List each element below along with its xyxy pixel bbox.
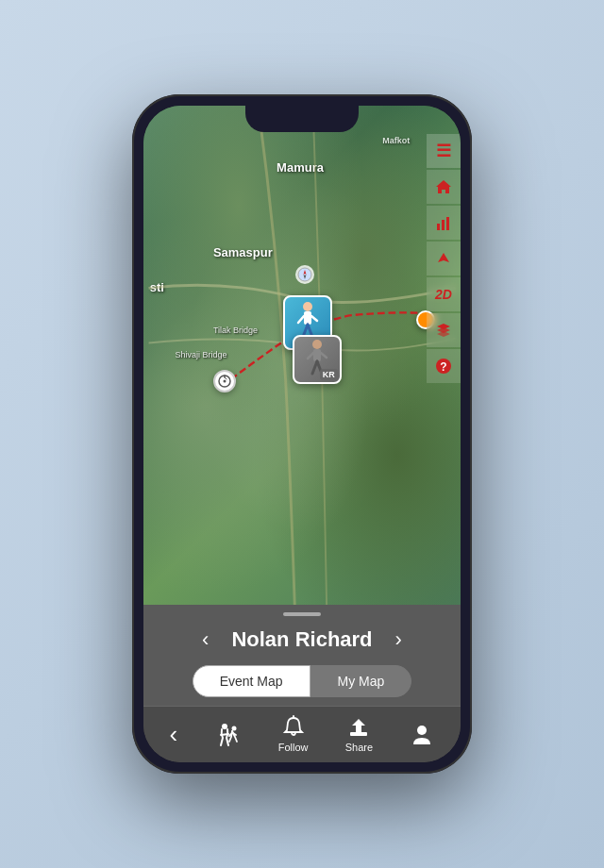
help-icon: ?	[434, 357, 453, 376]
layers-icon	[434, 321, 453, 340]
svg-point-14	[223, 380, 226, 383]
svg-rect-18	[442, 220, 445, 230]
phone-frame: Mamura Samaspur sti Mafkot Tilak Bridge …	[132, 94, 472, 774]
profile-icon	[410, 722, 434, 746]
bridge-label-tilak: Tilak Bridge	[213, 326, 258, 335]
svg-text:?: ?	[440, 360, 446, 374]
home-icon	[434, 177, 453, 196]
chart-button[interactable]	[427, 206, 461, 240]
compass-marker	[295, 265, 314, 284]
navigate-icon	[436, 251, 451, 266]
svg-line-23	[221, 734, 228, 735]
navigate-button[interactable]	[427, 242, 461, 275]
city-label-mafkot: Mafkot	[382, 136, 410, 145]
map-type-selector: Event Map My Map	[193, 665, 412, 697]
follow-label: Follow	[278, 742, 309, 753]
drag-handle[interactable]	[283, 612, 321, 616]
next-user-button[interactable]: ›	[388, 624, 410, 656]
layers-button[interactable]	[427, 313, 461, 347]
my-map-button[interactable]: My Map	[310, 665, 412, 697]
svg-rect-2	[304, 311, 311, 325]
svg-line-5	[298, 316, 304, 323]
help-button[interactable]: ?	[427, 349, 461, 383]
svg-point-22	[222, 724, 227, 729]
svg-line-6	[311, 316, 317, 321]
user-name: Nolan Richard	[231, 627, 372, 652]
nav-follow[interactable]: Follow	[278, 715, 309, 753]
nav-activity[interactable]	[215, 721, 242, 747]
nav-profile[interactable]	[410, 722, 434, 746]
2d-icon: 2D	[435, 287, 452, 302]
athlete-card-kr[interactable]: KR	[293, 335, 342, 384]
svg-rect-26	[350, 732, 367, 736]
svg-point-1	[303, 302, 312, 311]
notch	[245, 106, 359, 132]
athlete-marker-container[interactable]: GR KR	[283, 295, 332, 350]
badge-kr: KR	[320, 369, 338, 380]
chart-icon	[435, 214, 452, 231]
share-icon	[346, 715, 371, 740]
bell-icon	[281, 715, 306, 740]
activity-icon	[215, 721, 242, 747]
svg-line-12	[321, 353, 327, 358]
svg-point-7	[312, 340, 322, 349]
home-button[interactable]	[427, 170, 461, 204]
city-label-samaspur: Samaspur	[213, 245, 273, 259]
svg-rect-8	[313, 349, 321, 361]
svg-rect-17	[437, 224, 440, 230]
event-map-button[interactable]: Event Map	[193, 665, 310, 697]
menu-icon: ☰	[436, 141, 451, 161]
bottom-nav-bar: ‹	[143, 706, 461, 762]
nav-back[interactable]: ‹	[170, 720, 178, 749]
prev-user-button[interactable]: ‹	[194, 624, 216, 656]
map-view[interactable]: Mamura Samaspur sti Mafkot Tilak Bridge …	[143, 106, 461, 605]
user-navigation: ‹ Nolan Richard ›	[194, 624, 410, 656]
satellite-map: Mamura Samaspur sti Mafkot Tilak Bridge …	[143, 106, 461, 605]
city-label-mamura: Mamura	[277, 160, 324, 175]
share-label: Share	[345, 742, 373, 753]
gps-marker[interactable]	[213, 370, 236, 392]
nav-share[interactable]: Share	[345, 715, 373, 753]
bottom-panel: ‹ Nolan Richard › Event Map My Map ‹	[143, 605, 461, 762]
menu-button[interactable]: ☰	[427, 134, 461, 168]
phone-screen: Mamura Samaspur sti Mafkot Tilak Bridge …	[143, 106, 461, 762]
right-toolbar: ☰	[427, 134, 461, 383]
svg-point-27	[417, 726, 427, 735]
svg-line-16	[225, 377, 226, 379]
back-arrow-icon: ‹	[170, 720, 178, 749]
2d-button[interactable]: 2D	[427, 277, 461, 311]
city-label-sti: sti	[150, 280, 164, 294]
svg-line-11	[308, 353, 313, 359]
bridge-label-shivaji: Shivaji Bridge	[176, 350, 227, 359]
svg-rect-19	[446, 217, 449, 230]
svg-point-24	[231, 726, 236, 731]
